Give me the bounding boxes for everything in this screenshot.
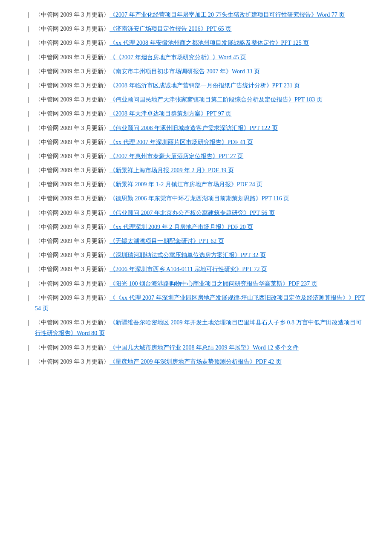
list-item: ｜〈中管网 2009 年 3 月更新〉《xx 代理 2007 年深圳丽片区市场研… [26, 136, 366, 148]
item-content: 〈中管网 2009 年 3 月更新〉《xx 代理深圳 2009 年 2 月房地产… [35, 222, 366, 232]
list-item: ｜〈中管网 2009 年 3 月更新〉《《2007 年烟台房地产市场研究分析》》… [26, 51, 366, 64]
item-link[interactable]: 《《2007 年烟台房地产市场研究分析》》Word 45 页 [110, 54, 246, 61]
item-link[interactable]: 《阳光 100 烟台海港路购物中心商业项目之顾问研究报告华高莱斯》PDF 237… [110, 280, 317, 287]
bullet-icon: ｜ [26, 23, 32, 34]
item-content: 〈中管网 2009 年 3 月更新〉《阳光 100 烟台海港路购物中心商业项目之… [35, 278, 366, 289]
item-prefix: 〈中管网 2009 年 3 月更新〉 [35, 295, 110, 301]
list-item: ｜〈中管网 2009 年 3 月更新〉《2008 年临沂市区成诚地产营销部一月份… [26, 79, 366, 92]
item-prefix: 〈中管网 2009 年 3 月更新〉 [35, 68, 110, 75]
item-link[interactable]: 《中国几大城市房地产行业 2008 年总结 2009 年展望》Word 12 多… [110, 344, 299, 351]
item-content: 〈中管网 2009 年 3 月更新〉《2007 年惠州市泰豪大厦酒店定位报告》P… [35, 151, 366, 162]
item-link[interactable]: 《2006 年深圳市西乡 A104-0111 宗地可行性研究》PPT 72 页 [110, 266, 267, 272]
item-prefix: 〈中管网 2009 年 3 月更新〉 [35, 238, 110, 244]
item-link[interactable]: 《2007 年产业化经营项目年屠宰加工 20 万头生猪改扩建项目可行性研究报告》… [110, 12, 345, 18]
list-item: ｜〈中管网 2009 年 3 月更新〉《星彦地产 2009 年深圳房地产市场走势… [26, 356, 366, 368]
item-content: 〈中管网 2009 年 3 月更新〉《伟业顾问 2007 年北京办公产权公寓建筑… [35, 208, 366, 218]
item-prefix: 〈中管网 2009 年 3 月更新〉 [35, 110, 110, 117]
bullet-icon: ｜ [26, 292, 32, 303]
item-link[interactable]: 《伟业顾问国民地产天津张家窝镇项目第二阶段综合分析及定位报告》PPT 183 页 [110, 96, 323, 103]
item-content: 〈中管网 2009 年 3 月更新〉《2007 年产业化经营项目年屠宰加工 20… [35, 9, 366, 20]
item-link[interactable]: 《2007 年惠州市泰豪大厦酒店定位报告》PPT 27 页 [110, 153, 243, 159]
bullet-icon: ｜ [26, 66, 32, 77]
item-link[interactable]: 《无锡太湖湾项目一期配套研讨》PPT 62 页 [110, 238, 224, 244]
bullet-icon: ｜ [26, 342, 32, 353]
item-content: 〈中管网 2009 年 3 月更新〉《xx 代理 2007 年深圳丽片区市场研究… [35, 137, 366, 147]
item-content: 〈中管网 2009 年 3 月更新〉《2006 年深圳市西乡 A104-0111… [35, 264, 366, 275]
list-item: ｜〈中管网 2009 年 3 月更新〉《2007 年产业化经营项目年屠宰加工 2… [26, 9, 366, 21]
bullet-icon: ｜ [26, 108, 32, 119]
item-prefix: 〈中管网 2009 年 3 月更新〉 [35, 167, 110, 173]
item-prefix: 〈中管网 2009 年 3 月更新〉 [35, 266, 110, 272]
bullet-icon: ｜ [26, 151, 32, 162]
item-link[interactable]: 《南安市丰州项目初步市场调研报告 2007 年》Word 33 页 [110, 68, 260, 75]
list-item: ｜〈中管网 2009 年 3 月更新〉《2008 年天津卓达项目群策划方案》PP… [26, 107, 366, 120]
list-item: ｜〈中管网 2009 年 3 月更新〉《中国几大城市房地产行业 2008 年总结… [26, 341, 366, 354]
bullet-icon: ｜ [26, 94, 32, 105]
item-prefix: 〈中管网 2009 年 3 月更新〉 [35, 54, 110, 61]
bullet-icon: ｜ [26, 137, 32, 147]
item-link[interactable]: 《2008 年临沂市区成诚地产营销部一月份报纸广告统计分析》PPT 231 页 [110, 82, 300, 89]
item-link[interactable]: 《xx 代理深圳 2009 年 2 月房地产市场月报》PDF 20 页 [110, 224, 253, 230]
item-prefix: 〈中管网 2009 年 3 月更新〉 [35, 224, 110, 230]
item-content: 〈中管网 2009 年 3 月更新〉《伟业顾问 2008 年涿州旧城改造客户需求… [35, 123, 366, 133]
bullet-icon: ｜ [26, 80, 32, 91]
list-item: ｜〈中管网 2009 年 3 月更新〉《2007 年惠州市泰豪大厦酒店定位报告》… [26, 150, 366, 162]
item-content: 〈中管网 2009 年 3 月更新〉《新景祥上海市场月报 2009 年 2 月》… [35, 165, 366, 176]
bullet-icon: ｜ [26, 208, 32, 218]
item-content: 〈中管网 2009 年 3 月更新〉《《2007 年烟台房地产市场研究分析》》W… [35, 52, 366, 63]
list-item: ｜〈中管网 2009 年 3 月更新〉《伟业顾问国民地产天津张家窝镇项目第二阶段… [26, 93, 366, 106]
item-link[interactable]: 《2008 年天津卓达项目群策划方案》PPT 97 页 [110, 110, 231, 117]
item-prefix: 〈中管网 2009 年 3 月更新〉 [35, 96, 110, 103]
bullet-icon: ｜ [26, 9, 32, 20]
bullet-icon: ｜ [26, 123, 32, 133]
item-link[interactable]: 《深圳瑞河耶纳法式公寓压轴单位选房方案汇报》PPT 32 页 [110, 252, 266, 258]
item-prefix: 〈中管网 2009 年 3 月更新〉 [35, 153, 110, 159]
item-prefix: 〈中管网 2009 年 3 月更新〉 [35, 82, 110, 89]
item-prefix: 〈中管网 2009 年 3 月更新〉 [35, 26, 110, 32]
item-content: 〈中管网 2009 年 3 月更新〉《新疆维吾尔哈密地区 2009 年开发土地治… [35, 317, 366, 338]
item-content: 〈中管网 2009 年 3 月更新〉《德思勤 2006 年东莞市中环石龙西湖项目… [35, 193, 366, 204]
item-prefix: 〈中管网 2009 年 3 月更新〉 [35, 195, 110, 202]
item-prefix: 〈中管网 2009 年 3 月更新〉 [35, 319, 110, 326]
article-list: ｜〈中管网 2009 年 3 月更新〉《2007 年产业化经营项目年屠宰加工 2… [26, 9, 366, 368]
item-prefix: 〈中管网 2009 年 3 月更新〉 [35, 181, 110, 188]
list-item: ｜〈中管网 2009 年 3 月更新〉《济南泺安广场项目定位报告 2006》PP… [26, 23, 366, 35]
bullet-icon: ｜ [26, 52, 32, 63]
item-content: 〈中管网 2009 年 3 月更新〉《中国几大城市房地产行业 2008 年总结 … [35, 342, 366, 353]
list-item: ｜〈中管网 2009 年 3 月更新〉《深圳瑞河耶纳法式公寓压轴单位选房方案汇报… [26, 249, 366, 261]
bullet-icon: ｜ [26, 356, 32, 367]
item-link[interactable]: 《xx 代理 2007 年深圳丽片区市场研究报告》PDF 41 页 [110, 139, 253, 145]
list-item: ｜〈中管网 2009 年 3 月更新〉《无锡太湖湾项目一期配套研讨》PPT 62… [26, 235, 366, 247]
item-content: 〈中管网 2009 年 3 月更新〉《伟业顾问国民地产天津张家窝镇项目第二阶段综… [35, 94, 366, 105]
item-content: 〈中管网 2009 年 3 月更新〉《2008 年临沂市区成诚地产营销部一月份报… [35, 80, 366, 91]
item-prefix: 〈中管网 2009 年 3 月更新〉 [35, 344, 110, 351]
list-item: ｜〈中管网 2009 年 3 月更新〉《新景祥 2009 年 1-2 月镇江市房… [26, 178, 366, 191]
bullet-icon: ｜ [26, 193, 32, 204]
item-content: 〈中管网 2009 年 3 月更新〉《2008 年天津卓达项目群策划方案》PPT… [35, 108, 366, 119]
list-item: ｜〈中管网 2009 年 3 月更新〉《xx 代理 2008 年安徽池州商之都池… [26, 37, 366, 49]
bullet-icon: ｜ [26, 236, 32, 246]
item-link[interactable]: 《伟业顾问 2007 年北京办公产权公寓建筑专题研究》PPT 56 页 [110, 210, 275, 216]
item-content: 〈中管网 2009 年 3 月更新〉《xx 代理 2008 年安徽池州商之都池州… [35, 38, 366, 48]
item-link[interactable]: 《德思勤 2006 年东莞市中环石龙西湖项目前期策划思路》PPT 116 页 [110, 195, 289, 202]
item-prefix: 〈中管网 2009 年 3 月更新〉 [35, 12, 110, 18]
bullet-icon: ｜ [26, 38, 32, 48]
bullet-icon: ｜ [26, 222, 32, 232]
item-prefix: 〈中管网 2009 年 3 月更新〉 [35, 40, 110, 46]
item-prefix: 〈中管网 2009 年 3 月更新〉 [35, 210, 110, 216]
item-content: 〈中管网 2009 年 3 月更新〉《济南泺安广场项目定位报告 2006》PPT… [35, 23, 366, 34]
item-prefix: 〈中管网 2009 年 3 月更新〉 [35, 358, 110, 365]
item-link[interactable]: 《伟业顾问 2008 年涿州旧城改造客户需求深访汇报》PPT 122 页 [110, 125, 278, 131]
bullet-icon: ｜ [26, 278, 32, 289]
bullet-icon: ｜ [26, 179, 32, 190]
item-link[interactable]: 《新景祥 2009 年 1-2 月镇江市房地产市场月报》PDF 24 页 [110, 181, 262, 188]
bullet-icon: ｜ [26, 264, 32, 275]
item-prefix: 〈中管网 2009 年 3 月更新〉 [35, 252, 110, 258]
list-item: ｜〈中管网 2009 年 3 月更新〉《伟业顾问 2008 年涿州旧城改造客户需… [26, 122, 366, 134]
item-link[interactable]: 《xx 代理 2008 年安徽池州商之都池州项目发展战略及整体定位》PPT 12… [110, 40, 309, 46]
item-prefix: 〈中管网 2009 年 3 月更新〉 [35, 280, 110, 287]
item-link[interactable]: 《星彦地产 2009 年深圳房地产市场走势预测分析报告》PDF 42 页 [110, 358, 282, 365]
list-item: ｜〈中管网 2009 年 3 月更新〉《新疆维吾尔哈密地区 2009 年开发土地… [26, 316, 366, 339]
item-link[interactable]: 《新景祥上海市场月报 2009 年 2 月》PDF 39 页 [110, 167, 234, 173]
item-link[interactable]: 《济南泺安广场项目定位报告 2006》PPT 65 页 [110, 26, 231, 32]
